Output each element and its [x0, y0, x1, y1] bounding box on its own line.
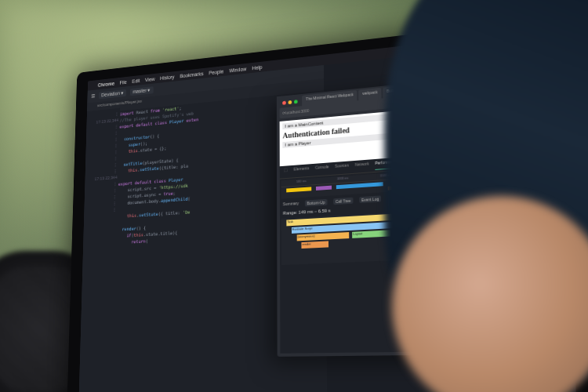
inspect-icon[interactable]: ⬚	[285, 167, 289, 176]
browser-tab[interactable]: webpack	[358, 88, 381, 100]
project-dropdown[interactable]: Deviation ▾	[99, 89, 126, 100]
traffic-lights[interactable]	[280, 96, 301, 108]
branch-dropdown[interactable]: master ▾	[130, 86, 153, 96]
hamburger-icon[interactable]: ☰	[91, 93, 95, 100]
app-name[interactable]: Chrome	[98, 81, 114, 87]
